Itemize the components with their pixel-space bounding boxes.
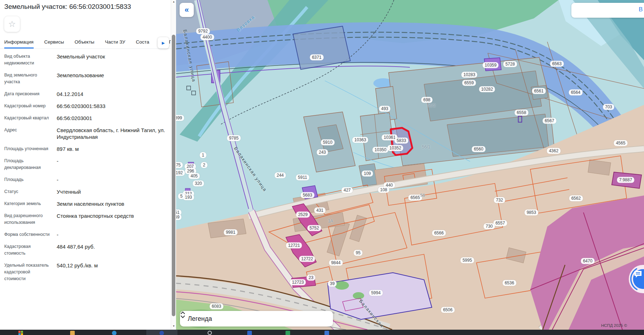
field-value: 66:56:0203001:5833 [57,103,168,109]
search-box-text: В [639,6,643,13]
panel-scrollbar[interactable]: ▲ ▼ [171,0,176,330]
field-label: Площадь уточненная [4,146,52,152]
field-label: Категория земель [4,200,52,207]
street-label: Балакинская улица [233,146,268,193]
scroll-up-icon[interactable]: ▲ [171,0,176,3]
chevrons-left-icon: « [185,5,189,15]
fields: Вид объекта недвижимостиЗемельный участо… [4,53,168,282]
star-icon: ☆ [8,19,16,29]
field-value: 04.12.2014 [57,91,168,97]
tab-Объекты[interactable]: Объекты [75,37,95,49]
legend-bar[interactable]: Легенда [180,311,333,327]
field-value: 540,12 руб./кв. м [57,262,168,282]
field-label: Площадь [4,176,52,183]
field-label: Кадастровый квартал [4,115,52,121]
legend-label: Легенда [188,315,212,323]
field-label: Дата присвоения [4,91,52,97]
field-value: 897 кв. м [57,146,168,152]
taskbar-folder-icon[interactable] [70,331,75,335]
street-label: Балакинская [358,299,385,329]
chat-bubble-icon [633,269,643,279]
river-label: Вязовка [236,14,256,33]
field-value: Земельный участок [57,53,168,67]
tabs-scroll-right-button[interactable]: ▶ [158,37,169,49]
taskbar-app-icon-sheet[interactable] [286,331,290,335]
field-value: - [57,231,168,238]
field-value: Учтенный [57,188,168,195]
field-value: Стоянка транспортных средств [57,212,168,226]
field-value: Землепользование [57,72,168,85]
panel-collapse-button[interactable]: « [180,3,194,17]
tab-Сервисы[interactable]: Сервисы [44,37,64,49]
start-button[interactable] [18,331,23,335]
chat-widget[interactable] [629,265,644,297]
taskbar-app-icon-grid[interactable] [324,331,329,335]
tab-Соста[interactable]: Соста [136,37,149,49]
field-label: Площадь декларированная [4,158,52,171]
favorite-button[interactable]: ☆ [4,16,20,32]
taskbar-active-app-icon[interactable] [159,331,164,335]
field-value: Земли населенных пунктов [57,200,168,207]
field-label: Кадастровый номер [4,103,52,109]
info-panel: Земельный участок: 66:56:0203001:5833 ☆ … [0,0,171,330]
scrollbar-thumb[interactable] [172,35,175,316]
field-label: Удельный показатель кадастровой стоимост… [4,262,52,282]
street-labels: Балакинская улицаБалакинская улицаБалаки… [176,0,644,330]
taskbar-app-icon-ring[interactable] [208,331,212,335]
field-label: Адрес [4,127,52,140]
field-label: Вид объекта недвижимости [4,53,52,67]
field-value: 484 487,64 руб. [57,243,168,257]
scroll-down-icon[interactable]: ▼ [171,325,176,327]
field-label: Вид земельного участка [4,72,52,85]
copyright-text: НСПД 2025 © [601,323,627,328]
taskbar-browser-icon[interactable] [112,331,117,335]
taskbar-app-icon-doc[interactable] [247,331,252,335]
field-label: Вид разрешенного использования [4,212,52,226]
map-canvas[interactable]: 9792440063711035957286563102836559102826… [176,0,644,330]
page-title: Земельный участок: 66:56:0203001:5833 [4,3,165,11]
field-label: Форма собственности [4,231,52,238]
chevron-right-icon: ▶ [162,41,165,45]
tab-Информация[interactable]: Информация [4,37,34,49]
field-value: - [57,176,168,183]
field-value: Свердловская область, г. Нижний Тагил, у… [57,127,168,140]
tab-Части ЗУ[interactable]: Части ЗУ [105,37,125,49]
tabs: ИнформацияСервисыОбъектыЧасти ЗУСостаП [0,37,171,49]
field-value: 66:56:0203001 [57,115,168,121]
search-box[interactable]: В [571,3,644,18]
field-value: - [57,158,168,171]
taskbar[interactable] [0,330,644,335]
field-label: Статус [4,188,52,195]
street-label: Балакинская улица [182,29,197,83]
field-label: Кадастровая стоимость [4,243,52,257]
